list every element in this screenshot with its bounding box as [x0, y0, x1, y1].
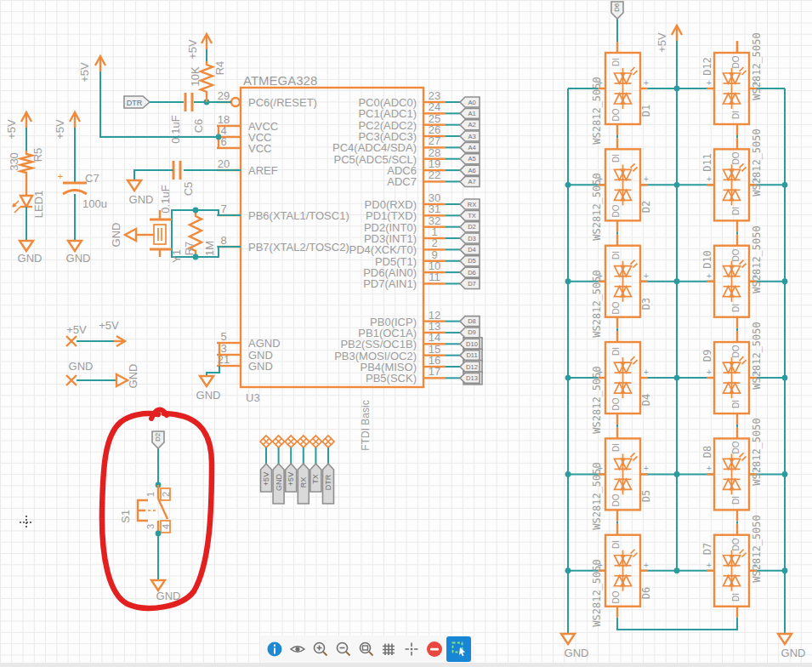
net-flag-tx[interactable] — [460, 210, 480, 220]
zoom-out-icon — [334, 640, 353, 658]
net-flag-d6[interactable] — [460, 267, 480, 277]
led-d9[interactable] — [707, 331, 757, 425]
power-flag-5v[interactable] — [66, 336, 125, 346]
led-d5[interactable] — [598, 427, 648, 521]
resistor-r5[interactable] — [20, 112, 32, 196]
led-d3[interactable] — [598, 235, 648, 328]
zoom-window-icon — [357, 640, 376, 658]
zoom-in-icon — [311, 640, 330, 658]
eye-icon — [288, 640, 307, 658]
net-flag-rx[interactable] — [460, 199, 480, 209]
ftdi-pin-5v[interactable] — [285, 436, 297, 492]
grid-toggle-button[interactable] — [378, 637, 400, 661]
info-button[interactable] — [264, 637, 286, 661]
crosshair-button[interactable] — [400, 637, 423, 661]
zoom-out-button[interactable] — [332, 637, 355, 661]
led-led1[interactable] — [13, 196, 33, 251]
led-d10[interactable] — [707, 235, 757, 328]
crosshair-icon — [402, 640, 421, 658]
net-flag-a5[interactable] — [460, 154, 480, 164]
zoom-window-button[interactable] — [355, 637, 378, 661]
net-flag-a6[interactable] — [460, 165, 480, 175]
select-icon — [450, 640, 468, 658]
net-flag-d6[interactable] — [611, 2, 623, 19]
led-d11[interactable] — [707, 138, 757, 231]
ftdi-pin-rx[interactable] — [298, 436, 309, 504]
ftdi-pin-5v[interactable] — [260, 436, 272, 492]
power-flag-gnd[interactable] — [66, 374, 128, 386]
schematic-canvas[interactable]: ATMEGA328 U3 FTDI Basic 29PC6(/RESET)18A… — [0, 0, 812, 667]
net-flag-a2[interactable] — [460, 120, 480, 130]
remove-icon — [425, 640, 444, 658]
net-flag-d8[interactable] — [460, 316, 480, 327]
net-flag-a1[interactable] — [460, 108, 480, 118]
net-flag-d4[interactable] — [460, 244, 480, 254]
led-matrix-wiring[interactable] — [561, 19, 792, 644]
led-d4[interactable] — [598, 331, 648, 425]
dtr-net[interactable] — [124, 93, 231, 111]
ftdi-pin-dtr[interactable] — [322, 436, 334, 504]
remove-button[interactable] — [423, 637, 446, 661]
net-flag-a7[interactable] — [460, 176, 480, 186]
resistor-r4[interactable] — [201, 34, 213, 102]
switch-s1[interactable] — [138, 448, 170, 590]
net-flag-d2[interactable] — [152, 431, 164, 448]
ic-gnd-net[interactable] — [200, 343, 219, 386]
net-flag-a0[interactable] — [460, 97, 480, 107]
net-flag-d9[interactable] — [460, 328, 480, 338]
net-flag-a3[interactable] — [460, 131, 480, 141]
net-flag-d2[interactable] — [460, 222, 480, 232]
net-flag-a4[interactable] — [460, 142, 480, 152]
net-flag-d7[interactable] — [460, 278, 480, 288]
ftdi-pin-gnd[interactable] — [273, 436, 285, 504]
led-d7[interactable] — [707, 524, 757, 618]
ftdi-pin-tx[interactable] — [309, 436, 321, 492]
capacitor-c7[interactable] — [63, 112, 87, 251]
canvas-bottom-edge — [0, 663, 812, 667]
capacitor-c5[interactable] — [128, 161, 241, 191]
origin-crosshair — [20, 516, 33, 529]
ic-atmega328[interactable] — [217, 88, 460, 387]
info-icon — [265, 640, 284, 658]
select-button[interactable] — [446, 636, 471, 662]
zoom-in-button[interactable] — [309, 637, 332, 661]
net-flag-d3[interactable] — [460, 233, 480, 243]
eye-button[interactable] — [287, 637, 309, 661]
led-d1[interactable] — [598, 42, 648, 135]
led-d2[interactable] — [598, 138, 648, 231]
resonator-y1[interactable] — [125, 208, 241, 260]
led-d6[interactable] — [598, 524, 648, 618]
led-d8[interactable] — [707, 427, 757, 521]
grid-toggle-icon — [379, 640, 398, 658]
led-d12[interactable] — [707, 42, 757, 135]
view-toolbar — [260, 636, 474, 663]
schematic-geometry — [0, 0, 812, 667]
net-flag-d13[interactable] — [460, 372, 482, 385]
net-flag-d5[interactable] — [460, 256, 480, 266]
